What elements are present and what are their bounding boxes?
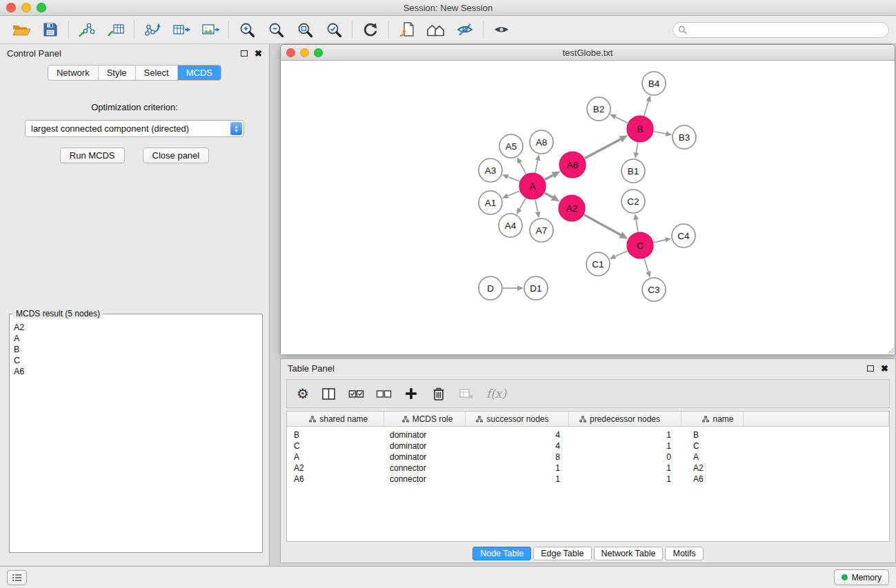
- result-item[interactable]: B: [14, 344, 258, 355]
- zoom-selected-button[interactable]: [319, 19, 348, 41]
- result-item[interactable]: A6: [14, 366, 258, 377]
- table-cell[interactable]: 0: [568, 452, 681, 463]
- table-cell[interactable]: B: [681, 427, 743, 441]
- table-cell[interactable]: 1: [465, 463, 568, 474]
- resize-grip-icon[interactable]: [886, 345, 894, 354]
- tab-edge-table[interactable]: Edge Table: [533, 547, 591, 560]
- apply-layout-button[interactable]: [356, 19, 385, 41]
- export-image-button[interactable]: [196, 19, 225, 41]
- table-cell[interactable]: C: [681, 440, 743, 452]
- show-graphics-details-button[interactable]: [487, 19, 516, 41]
- graph-edge-A-A7[interactable]: [535, 200, 538, 212]
- graph-edge-C-C1[interactable]: [615, 251, 628, 256]
- graph-edge-A-A8[interactable]: [535, 160, 538, 172]
- network-minimize-button[interactable]: [300, 48, 309, 57]
- table-row[interactable]: A2connector11A2: [287, 463, 889, 474]
- add-row-button[interactable]: [404, 384, 419, 403]
- column-header-MCDS-role[interactable]: MCDS role: [384, 412, 465, 427]
- hide-graphics-details-button[interactable]: [450, 19, 479, 41]
- column-header-predecessor-nodes[interactable]: predecessor nodes: [568, 412, 681, 427]
- table-cell[interactable]: C: [287, 440, 384, 452]
- delete-rows-button[interactable]: [430, 384, 447, 403]
- graph-edge-A-A4[interactable]: [519, 198, 526, 209]
- save-session-button[interactable]: [36, 19, 65, 41]
- column-header-name[interactable]: name: [681, 412, 743, 427]
- table-cell[interactable]: dominator: [384, 452, 465, 463]
- table-cell[interactable]: A6: [681, 474, 743, 485]
- tab-motifs[interactable]: Motifs: [665, 547, 703, 560]
- status-menu-button[interactable]: [7, 570, 27, 585]
- float-panel-icon[interactable]: [241, 50, 248, 57]
- graph-edge-A-A1[interactable]: [508, 191, 519, 196]
- graph-edge-A6-B[interactable]: [585, 139, 621, 159]
- graph-edge-A-A5[interactable]: [520, 163, 526, 174]
- search-box[interactable]: [673, 22, 889, 38]
- table-cell[interactable]: 1: [465, 474, 568, 485]
- table-cell[interactable]: A: [681, 452, 743, 463]
- zoom-out-button[interactable]: [261, 19, 290, 41]
- table-cell[interactable]: 1: [568, 427, 681, 441]
- table-row[interactable]: Cdominator41C: [287, 440, 889, 452]
- table-row[interactable]: A6connector11A6: [287, 474, 889, 485]
- delete-table-button[interactable]: [459, 384, 475, 403]
- graph-edge-A-A2[interactable]: [544, 193, 552, 198]
- table-cell[interactable]: A2: [681, 463, 743, 474]
- import-network-button[interactable]: [72, 19, 101, 41]
- tab-mcds[interactable]: MCDS: [178, 65, 221, 80]
- column-header-successor-nodes[interactable]: successor nodes: [465, 412, 568, 427]
- graph-edge-A-A6[interactable]: [545, 175, 553, 179]
- close-table-panel-icon[interactable]: ✖: [881, 364, 888, 373]
- network-zoom-button[interactable]: [314, 48, 323, 57]
- table-cell[interactable]: connector: [384, 474, 465, 485]
- tab-style[interactable]: Style: [99, 65, 136, 80]
- table-cell[interactable]: 8: [465, 452, 568, 463]
- deselect-all-rows-button[interactable]: [376, 384, 392, 403]
- tab-select[interactable]: Select: [136, 65, 178, 80]
- zoom-fit-button[interactable]: [290, 19, 319, 41]
- table-cell[interactable]: A: [287, 452, 384, 463]
- table-cell[interactable]: dominator: [384, 440, 465, 452]
- graph-edge-B-B4[interactable]: [644, 101, 648, 116]
- graph-edge-B-B3[interactable]: [654, 132, 666, 134]
- close-panel-button[interactable]: Close panel: [143, 148, 210, 163]
- table-row[interactable]: Bdominator41B: [287, 427, 889, 441]
- export-network-button[interactable]: [138, 19, 167, 41]
- graph-edge-B-B2[interactable]: [615, 117, 628, 123]
- table-cell[interactable]: A2: [287, 463, 384, 474]
- float-table-panel-icon[interactable]: [867, 365, 874, 372]
- table-cell[interactable]: 1: [568, 440, 681, 452]
- tab-network[interactable]: Network: [48, 65, 99, 80]
- network-overview-button[interactable]: [421, 19, 450, 41]
- table-cell[interactable]: A6: [287, 474, 384, 485]
- table-row[interactable]: Adominator80A: [287, 452, 889, 463]
- column-header-shared-name[interactable]: shared name: [287, 412, 384, 427]
- result-item[interactable]: A: [14, 333, 258, 344]
- tab-node-table[interactable]: Node Table: [472, 547, 531, 560]
- function-builder-button[interactable]: f(x): [486, 384, 506, 403]
- result-item[interactable]: C: [14, 355, 258, 366]
- table-cell[interactable]: 1: [568, 463, 681, 474]
- zoom-in-button[interactable]: [232, 19, 261, 41]
- manage-columns-button[interactable]: [321, 384, 337, 403]
- table-cell[interactable]: 4: [465, 427, 568, 441]
- graph-edge-A2-C[interactable]: [584, 215, 621, 235]
- table-cell[interactable]: connector: [384, 463, 465, 474]
- tab-network-table[interactable]: Network Table: [594, 547, 664, 560]
- table-settings-button[interactable]: ⚙: [297, 384, 309, 403]
- graph-edge-C-C3[interactable]: [644, 258, 648, 272]
- first-neighbors-button[interactable]: [392, 19, 421, 41]
- close-window-button[interactable]: [6, 3, 16, 12]
- select-all-rows-button[interactable]: [348, 384, 364, 403]
- criterion-select[interactable]: largest connected component (directed) ▲…: [25, 120, 244, 137]
- network-window-titlebar[interactable]: testGlobe.txt: [281, 45, 895, 61]
- open-session-button[interactable]: [7, 19, 36, 41]
- export-table-button[interactable]: [167, 19, 196, 41]
- graph-edge-C-C2[interactable]: [636, 220, 638, 232]
- run-mcds-button[interactable]: Run MCDS: [60, 148, 125, 163]
- graph-edge-A-A3[interactable]: [508, 177, 519, 181]
- table-cell[interactable]: 4: [465, 440, 568, 452]
- search-input[interactable]: [687, 24, 884, 35]
- network-close-button[interactable]: [286, 48, 295, 57]
- import-table-button[interactable]: [101, 19, 130, 41]
- network-canvas[interactable]: B4B2BB3A5A8A6A3B1AC2A1A2A4A7C4CC1C3DD1: [281, 61, 895, 354]
